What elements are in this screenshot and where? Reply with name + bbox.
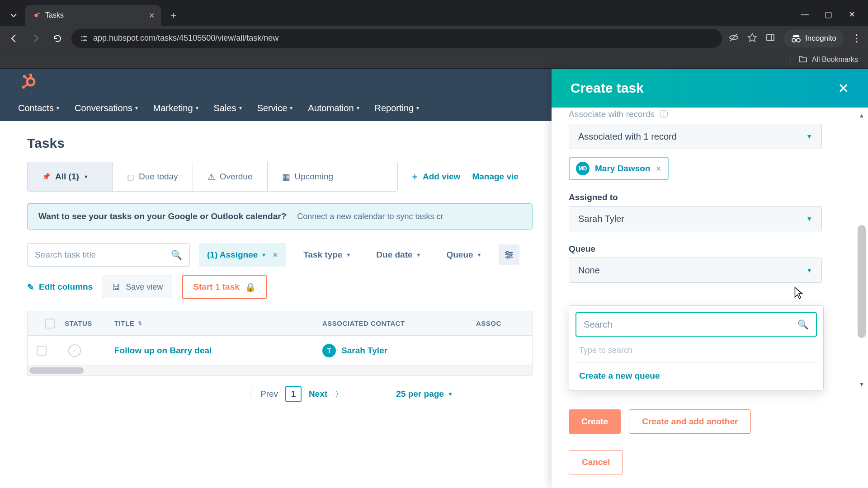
filter-due-date-label: Due date [376,250,412,260]
new-tab-button[interactable]: ＋ [165,7,182,23]
pager-next[interactable]: Next [309,389,327,399]
hubspot-logo-icon[interactable] [21,73,39,91]
nav-sales[interactable]: Sales▾ [214,103,242,113]
clear-filter-icon[interactable]: ✕ [273,251,278,258]
side-panel-icon[interactable] [765,33,775,44]
svg-point-10 [792,38,796,42]
create-task-panel: Create task ✕ Associate with records ⓘ A… [552,69,868,488]
add-view-button[interactable]: ＋ Add view [410,171,460,183]
col-title[interactable]: TITLE⇅ [106,319,314,327]
hide-extension-icon[interactable] [728,32,739,45]
create-new-queue-link[interactable]: Create a new queue [576,368,817,384]
tab-list-dropdown[interactable] [5,6,23,24]
chevron-down-icon: ▼ [448,391,453,397]
panel-scrollbar[interactable]: ▲ ▼ [857,112,866,388]
per-page-select[interactable]: 25 per page ▼ [396,389,453,399]
filter-assignee[interactable]: (1) Assignee ▼ ✕ [199,243,286,267]
panel-close-icon[interactable]: ✕ [838,80,849,96]
nav-back-button[interactable] [6,31,22,46]
col-status[interactable]: STATUS [57,319,106,327]
pager-prev[interactable]: Prev [260,389,278,399]
scroll-up-icon[interactable]: ▲ [859,112,865,119]
pager-next-icon[interactable]: 〉 [335,388,344,400]
bookmark-star-icon[interactable] [747,33,757,44]
tab-all[interactable]: 📌 All (1) ▼ [28,162,113,191]
save-icon: 🖫 [112,282,120,292]
select-all-checkbox[interactable] [45,319,55,328]
scroll-down-icon[interactable]: ▼ [859,381,865,388]
banner-subtext: Connect a new calendar to sync tasks cr [297,212,443,221]
task-search-input[interactable]: Search task title 🔍 [27,243,190,267]
create-button[interactable]: Create [569,409,621,434]
pager-prev-icon[interactable]: 〈 [244,388,253,400]
svg-line-7 [730,34,737,41]
assigned-to-select[interactable]: Sarah Tyler ▼ [569,206,822,231]
svg-line-17 [25,84,28,86]
calendar-icon: ▦ [282,172,290,182]
associated-records-select[interactable]: Associated with 1 record ▼ [569,124,822,149]
queue-select[interactable]: None ▼ [569,258,822,283]
window-maximize-icon[interactable]: ▢ [823,9,834,19]
associated-record-chip: MD Mary Dawson ✕ [569,157,669,180]
table-row[interactable]: Follow up on Barry deal T Sarah Tyler [28,336,532,366]
bookmarks-folder-icon[interactable] [798,55,807,65]
svg-point-3 [81,36,82,37]
nav-automation[interactable]: Automation▾ [308,103,359,113]
search-icon: 🔍 [797,319,809,330]
queue-dropdown: Search 🔍 Type to search Create a new que… [569,305,824,390]
nav-conversations[interactable]: Conversations▾ [75,103,138,113]
col-assoc-contact[interactable]: ASSOCIATED CONTACT [314,319,468,327]
nav-forward-button[interactable] [28,31,43,46]
start-task-button[interactable]: Start 1 task 🔒 [182,275,266,299]
browser-tab-active[interactable]: Tasks ✕ [25,5,161,26]
row-checkbox[interactable] [37,346,47,356]
more-filters-button[interactable] [499,244,519,265]
scroll-thumb[interactable] [858,225,866,338]
chevron-down-icon: ▼ [806,267,812,274]
assigned-to-value: Sarah Tyler [578,214,624,224]
record-name-link[interactable]: Mary Dawson [595,164,650,174]
chevron-down-icon: ▼ [806,133,812,140]
edit-columns-button[interactable]: ✎ Edit columns [27,282,93,292]
queue-search-input[interactable]: Search 🔍 [576,312,817,337]
info-icon[interactable]: ⓘ [660,109,668,119]
site-info-icon[interactable] [80,34,88,42]
incognito-chip[interactable]: Incognito [783,29,844,47]
filter-task-type[interactable]: Task type ▼ [295,243,359,267]
cancel-button[interactable]: Cancel [569,450,623,474]
manage-views-link[interactable]: Manage vie [472,172,518,182]
task-title-link[interactable]: Follow up on Barry deal [106,346,314,356]
filter-queue[interactable]: Queue ▼ [438,243,490,267]
tab-upcoming[interactable]: ▦ Upcoming [268,162,348,191]
browser-menu-icon[interactable]: ⋮ [852,33,862,44]
all-bookmarks-link[interactable]: All Bookmarks [812,56,858,64]
address-bar[interactable]: app.hubspot.com/tasks/45105500/view/all/… [71,29,722,48]
chevron-down-icon: ▼ [806,215,812,222]
pager-current[interactable]: 1 [285,386,302,402]
associated-records-value: Associated with 1 record [578,131,677,142]
nav-contacts[interactable]: Contacts▾ [18,103,59,113]
table-horizontal-scrollbar[interactable] [28,366,532,375]
window-minimize-icon[interactable]: ― [799,9,810,19]
window-close-icon[interactable]: ✕ [846,9,857,19]
chevron-down-icon: ▾ [357,105,359,111]
filter-due-date[interactable]: Due date ▼ [368,243,429,267]
start-task-label: Start 1 task [193,282,239,292]
contact-link[interactable]: Sarah Tyler [341,346,387,356]
remove-record-icon[interactable]: ✕ [656,164,661,173]
tab-close-icon[interactable]: ✕ [149,11,155,20]
tab-overdue[interactable]: ⚠︎ Overdue [193,162,268,191]
nav-reporting[interactable]: Reporting▾ [375,103,420,113]
browser-toolbar: app.hubspot.com/tasks/45105500/view/all/… [0,26,868,51]
nav-reload-button[interactable] [50,31,65,46]
nav-marketing[interactable]: Marketing▾ [153,103,198,113]
task-search-placeholder: Search task title [35,250,96,260]
tab-all-label: All (1) [55,172,79,182]
nav-service[interactable]: Service▾ [257,103,293,113]
tab-due-today[interactable]: ◻︎ Due today [113,162,193,191]
col-assoc-truncated[interactable]: ASSOC [468,319,533,327]
create-and-add-another-button[interactable]: Create and add another [629,409,751,434]
save-view-button[interactable]: 🖫 Save view [103,276,172,298]
banner-heading: Want to see your tasks on your Google or… [38,211,286,221]
task-status-icon[interactable] [68,344,81,357]
